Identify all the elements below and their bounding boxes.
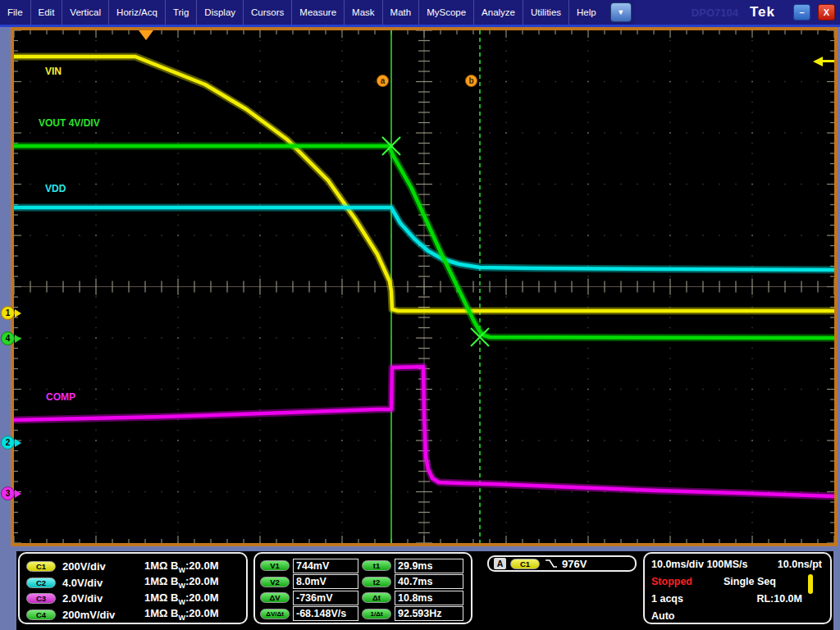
menu-help[interactable]: Help — [569, 0, 604, 25]
menu-display[interactable]: Display — [197, 0, 244, 25]
channel2-ref-arrow-icon — [15, 439, 21, 447]
trace-label-comp: COMP — [46, 391, 75, 403]
t2-value: 40.7ms — [395, 574, 463, 589]
channel1-ref-marker[interactable]: 1 — [1, 306, 21, 320]
channel1-row: C1 200V/div 1MΩ BW:20.0M — [26, 559, 240, 575]
cursor-readout-panel: V1 744mV t1 29.9ms V2 8.0mV t2 40.7ms ΔV… — [253, 552, 472, 624]
thermometer-icon — [808, 574, 813, 594]
delta-t-badge[interactable]: Δt — [362, 592, 391, 603]
channel4-impedance-bw: 1MΩ BW:20.0M — [144, 607, 240, 622]
channel4-ref-marker[interactable]: 4 — [1, 331, 21, 345]
readout-delta-t: Δt 10.8ms — [362, 590, 468, 606]
channel1-badge[interactable]: C1 — [26, 561, 56, 572]
menu-myscope[interactable]: MyScope — [419, 0, 474, 25]
menu-overflow-dropdown-button[interactable]: ▼ — [610, 2, 632, 22]
cursor-a-label[interactable]: a — [377, 75, 389, 87]
delta-t-value: 10.8ms — [395, 591, 463, 605]
trace-label-vdd: VDD — [45, 183, 66, 194]
trigger-level-value: 976V — [562, 558, 587, 570]
waveform-display[interactable] — [14, 30, 834, 543]
channel4-scale: 200mV/div — [62, 609, 115, 621]
v2-value: 8.0mV — [293, 574, 358, 589]
run-state-row: Stopped Single Seq — [651, 576, 824, 589]
v1-value: 744mV — [293, 559, 358, 573]
delta-v-badge[interactable]: ΔV — [260, 592, 290, 603]
title-bar: DPO7104 Tek – X — [635, 0, 840, 25]
slew-badge[interactable]: ΔV/Δt — [260, 609, 290, 619]
menu-measure[interactable]: Measure — [292, 0, 345, 25]
trigger-level-bar — [822, 60, 834, 62]
menu-vertical[interactable]: Vertical — [62, 0, 109, 25]
channel3-ref-marker[interactable]: 3 — [1, 486, 21, 500]
channel2-ref-marker[interactable]: 2 — [1, 436, 21, 450]
channel4-ref-number: 4 — [1, 331, 15, 345]
record-length: RL:10.0M — [756, 593, 802, 605]
trigger-mode: Auto — [651, 610, 674, 622]
channel2-row: C2 4.0V/div 1MΩ BW:20.0M — [26, 575, 240, 591]
slew-value: -68.148V/s — [293, 606, 358, 621]
channel2-scale: 4.0V/div — [62, 577, 103, 589]
channel3-ref-number: 3 — [1, 486, 15, 500]
menu-utilities[interactable]: Utilities — [523, 0, 569, 25]
channel3-impedance-bw: 1MΩ BW:20.0M — [144, 591, 240, 606]
readout-slew: ΔV/Δt -68.148V/s — [260, 606, 362, 623]
trace-label-vout: VOUT 4V/DIV — [39, 117, 100, 129]
menu-edit[interactable]: Edit — [31, 0, 63, 25]
t1-value: 29.9ms — [395, 559, 463, 573]
menu-horiz-acq[interactable]: Horiz/Acq — [109, 0, 166, 25]
channel3-ref-arrow-icon — [15, 490, 21, 498]
acquisition-mode: Single Seq — [724, 576, 776, 587]
menu-mask[interactable]: Mask — [345, 0, 382, 25]
channel4-badge[interactable]: C4 — [26, 609, 56, 620]
channel1-ref-number: 1 — [1, 306, 15, 320]
delta-v-value: -736mV — [293, 591, 358, 605]
timebase-row: 10.0ms/div 100MS/s 10.0ns/pt — [651, 559, 824, 572]
oscilloscope-screen: File Edit Vertical Horiz/Acq Trig Displa… — [0, 0, 840, 630]
run-state: Stopped — [651, 576, 692, 587]
menu-analyze[interactable]: Analyze — [474, 0, 523, 25]
v1-badge[interactable]: V1 — [260, 560, 290, 571]
cursor-b-label[interactable]: b — [465, 75, 477, 87]
trace-label-vin: VIN — [45, 66, 62, 77]
tek-logo: Tek — [750, 4, 775, 21]
v2-badge[interactable]: V2 — [260, 577, 290, 587]
readout-v1: V1 744mV — [260, 558, 362, 574]
acq-count-row: 1 acqs RL:10.0M — [651, 593, 824, 606]
trigger-bus-badge: A — [494, 558, 506, 569]
close-button[interactable]: X — [818, 4, 835, 21]
readout-v2: V2 8.0mV — [260, 574, 362, 591]
readout-freq: 1/Δt 92.593Hz — [362, 606, 468, 623]
trigger-mode-row: Auto — [651, 610, 824, 623]
chevron-down-icon: ▼ — [617, 8, 624, 16]
menu-file[interactable]: File — [0, 0, 31, 25]
menu-cursors[interactable]: Cursors — [244, 0, 292, 25]
menu-math[interactable]: Math — [383, 0, 420, 25]
timebase-value: 10.0ms/div 100MS/s — [651, 559, 747, 570]
readout-t1: t1 29.9ms — [362, 558, 468, 574]
freq-badge[interactable]: 1/Δt — [362, 609, 391, 619]
channel-settings-panel: C1 200V/div 1MΩ BW:20.0M C2 4.0V/div 1MΩ… — [18, 552, 248, 624]
channel2-badge[interactable]: C2 — [26, 578, 56, 588]
trigger-position-marker[interactable] — [139, 30, 153, 40]
t2-badge[interactable]: t2 — [362, 577, 391, 587]
acquisition-status-panel: 10.0ms/div 100MS/s 10.0ns/pt Stopped Sin… — [643, 552, 832, 624]
model-name: DPO7104 — [692, 7, 738, 19]
channel3-row: C3 2.0V/div 1MΩ BW:20.0M — [26, 591, 240, 607]
menu-trig[interactable]: Trig — [166, 0, 197, 25]
channel1-scale: 200V/div — [62, 560, 106, 573]
trigger-source-badge: C1 — [510, 559, 540, 569]
minimize-button[interactable]: – — [793, 4, 810, 21]
channel2-impedance-bw: 1MΩ BW:20.0M — [144, 575, 240, 590]
acq-count: 1 acqs — [651, 593, 683, 605]
channel3-badge[interactable]: C3 — [26, 593, 56, 604]
readout-delta-v: ΔV -736mV — [260, 590, 362, 606]
channel4-ref-arrow-icon — [15, 335, 21, 343]
channel2-ref-number: 2 — [1, 436, 15, 450]
resolution-value: 10.0ns/pt — [778, 559, 822, 570]
trigger-readout[interactable]: A C1 976V — [487, 555, 637, 572]
t1-badge[interactable]: t1 — [362, 560, 391, 571]
channel3-scale: 2.0V/div — [62, 592, 103, 605]
freq-value: 92.593Hz — [395, 606, 463, 621]
channel1-impedance-bw: 1MΩ BW:20.0M — [144, 559, 240, 574]
channel1-ref-arrow-icon — [15, 309, 21, 317]
